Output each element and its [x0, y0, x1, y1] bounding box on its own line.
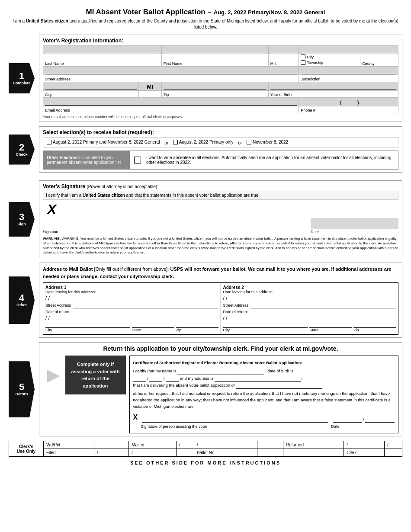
cert-date-input2[interactable] [365, 415, 395, 423]
step3-arrow: 3 Sign [9, 180, 39, 258]
cert-sig-line[interactable] [142, 415, 328, 423]
mi-field[interactable] [270, 48, 297, 53]
jurisdiction-field[interactable] [301, 69, 396, 74]
addr1-return-slash: / / [45, 315, 218, 321]
mi-label: M.I. [268, 54, 299, 67]
street-addr-input-cell[interactable] [43, 67, 299, 75]
election-selection-row: August 2, 2022 Primary and November 8, 2… [43, 137, 398, 148]
addr2-state-input[interactable] [309, 322, 352, 328]
other-elections-box: Other Elections: Complete to join perman… [43, 151, 398, 170]
mailed-label: Mailed [129, 441, 177, 449]
phone-label: Phone # [299, 106, 398, 113]
step3-shape: 3 Sign [9, 202, 35, 237]
addr2-zip-col: Zip [353, 322, 396, 332]
last-name-input-cell[interactable] [43, 45, 162, 54]
addr2-zip-input[interactable] [353, 322, 396, 328]
voter-reg-table: Last Name First Name M.I. City Township … [43, 45, 398, 113]
addr1-state-input[interactable] [132, 322, 174, 328]
addr1-zip-input[interactable] [176, 322, 218, 328]
cert-date-line3 [166, 375, 179, 382]
first-name-input-cell[interactable] [161, 45, 268, 54]
addr1-date-leaving: Date leaving for this address: [45, 290, 218, 294]
email-field[interactable] [45, 100, 297, 106]
email-phone-label-row: Email Address Phone # [43, 106, 398, 113]
footer-text: SEE OTHER SIDE FOR MORE INSTRUCTIONS [9, 460, 402, 465]
addr1-street-row: Street Address [45, 302, 218, 308]
intro-text: I am a United States citizen and a quali… [9, 18, 402, 30]
zip-label: Zip [161, 91, 268, 98]
city-zip-label-row: City Zip Year of Birth [43, 91, 398, 98]
addr1-street-input[interactable] [73, 302, 218, 308]
addresses-container: Address 1 Date leaving for this address:… [43, 282, 398, 335]
election1-checkbox[interactable] [47, 140, 51, 144]
election2-label: August 2, 2022 Primary only [179, 140, 234, 144]
mailed-slash2: / [194, 441, 257, 449]
address2-col: Address 2 Date leaving for this address:… [221, 283, 398, 334]
election-or1: or [164, 141, 170, 145]
sig-date-box[interactable] [311, 218, 398, 229]
ballot-no-val2[interactable] [283, 449, 344, 457]
cert-date-line2 [149, 375, 162, 382]
sig-note: (Power of attorney is not acceptable): [87, 184, 158, 189]
street-input-row [43, 67, 398, 75]
city-checkbox-cell: City Township [299, 54, 360, 67]
addr2-slash-date: / / [223, 295, 396, 301]
other-elections-left: Other Elections: Complete to join perman… [43, 151, 130, 169]
zip-field[interactable] [164, 85, 267, 90]
cert-title: Certificate of Authorized Registered Ele… [133, 359, 395, 366]
street-address-field[interactable] [45, 69, 297, 74]
mi-input-cell[interactable] [268, 45, 299, 54]
filed-val[interactable] [177, 449, 194, 457]
wd-pct-val[interactable] [94, 441, 129, 449]
ballot-no-val[interactable] [257, 449, 283, 457]
election3-checkbox[interactable] [247, 140, 251, 144]
city2-label: City [43, 91, 139, 98]
jurisdiction-input-cell[interactable] [299, 67, 398, 75]
title-mi: MI Absent Voter Ballot Application [86, 8, 206, 16]
date-label: Date [311, 230, 398, 234]
addr2-state-col: State [309, 322, 352, 332]
addr2-city-col: City [223, 322, 308, 332]
clerk-row-header: Clerk's Use Only Wd/Pct Mailed / / Retur… [9, 441, 402, 449]
city2-field[interactable] [45, 85, 137, 90]
county-field[interactable] [301, 48, 396, 53]
email-input-cell[interactable] [43, 98, 299, 106]
county-input-cell[interactable] [299, 45, 398, 54]
addr1-city-label: City [45, 328, 130, 332]
election1-label: August 2, 2022 Primary and November 8, 2… [53, 140, 160, 144]
street-address-label: Street Address [43, 75, 299, 82]
main-title: MI Absent Voter Ballot Application – Aug… [9, 8, 402, 16]
other-elections-checkbox[interactable] [134, 157, 141, 163]
cert-line3: that I am delivering the absent voter ba… [133, 382, 395, 389]
zip-input-cell[interactable] [161, 82, 268, 91]
addr2-street-input[interactable] [250, 302, 396, 308]
township-checkbox[interactable] [301, 60, 305, 65]
other-elections-label: Other Elections: [47, 155, 80, 160]
ballot-no-label: Ballot No. [194, 449, 257, 457]
addr2-city-input[interactable] [223, 322, 308, 328]
header2: [Only fill out if different from above]: [94, 266, 169, 272]
city-checkbox[interactable] [301, 54, 305, 59]
name-input-row [43, 45, 398, 54]
addr1-city-input[interactable] [45, 322, 130, 328]
email-label: Email Address [43, 106, 299, 113]
first-name-field[interactable] [164, 48, 267, 53]
return-header: Return this application to your city/tow… [43, 345, 398, 352]
mailed-val[interactable] [257, 441, 283, 449]
sig-labels-row: Signature Date [43, 230, 398, 234]
election2-checkbox[interactable] [173, 140, 178, 144]
city2-input-cell[interactable] [43, 82, 139, 91]
cert-date-input1[interactable] [333, 415, 362, 423]
last-name-field[interactable] [45, 48, 160, 53]
step4-shape: 4 Other [9, 276, 35, 324]
sig-x-mark: X [47, 202, 398, 216]
yob-input-cell[interactable] [268, 82, 398, 91]
phone-parens[interactable]: ( ) [299, 98, 398, 106]
mail-ballot-header: Address to Mail Ballot [Only fill out if… [43, 266, 398, 280]
phone-open: ( ) [338, 99, 359, 106]
cert-date-line [133, 375, 146, 382]
clerk-val[interactable] [385, 449, 402, 457]
step1-arrow: 1 Complete [9, 35, 39, 122]
last-name-label: Last Name [43, 54, 162, 67]
yob-field[interactable] [270, 85, 396, 90]
